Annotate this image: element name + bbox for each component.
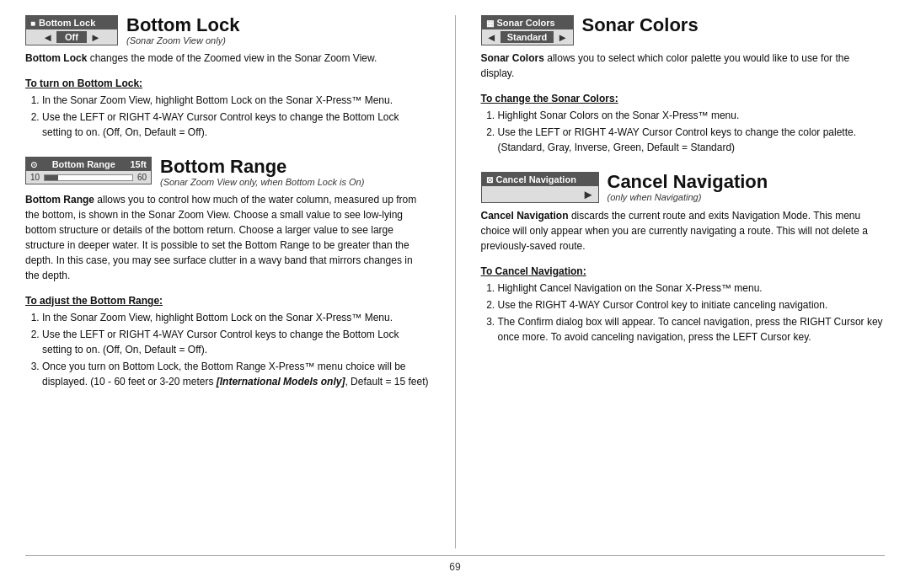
sonar-colors-body-bold: Sonar Colors — [481, 52, 544, 64]
sonar-colors-steps: Highlight Sonar Colors on the Sonar X-Pr… — [498, 108, 886, 157]
bottom-range-bar-row: 10 60 — [26, 171, 151, 184]
bottom-lock-widget-title: ■ Bottom Lock — [26, 16, 117, 29]
bottom-range-note: (Sonar Zoom View only, when Bottom Lock … — [160, 177, 430, 187]
cancel-nav-steps: Highlight Cancel Navigation on the Sonar… — [498, 281, 886, 346]
bottom-lock-step-2-text: Use the LEFT or RIGHT 4-WAY Cursor Contr… — [42, 111, 399, 138]
cancel-nav-title: Cancel Navigation — [608, 172, 886, 192]
bottom-lock-subsection: To turn on Bottom Lock: — [25, 78, 430, 89]
bottom-lock-header: ■ Bottom Lock ◄ Off ► Bottom Lock (Sonar… — [25, 15, 430, 45]
left-column: ■ Bottom Lock ◄ Off ► Bottom Lock (Sonar… — [25, 15, 430, 548]
cancel-nav-step-1: Highlight Cancel Navigation on the Sonar… — [498, 281, 886, 296]
cancel-nav-widget-label: Cancel Navigation — [496, 174, 576, 184]
bottom-lock-widget-label: Bottom Lock — [39, 18, 95, 28]
cancel-nav-step-2-text: Use the RIGHT 4-WAY Cursor Control key t… — [498, 299, 828, 311]
bottom-range-step-3-end: , Default = 15 feet) — [345, 376, 428, 388]
columns: ■ Bottom Lock ◄ Off ► Bottom Lock (Sonar… — [25, 15, 885, 548]
bottom-lock-body-text: changes the mode of the Zoomed view in t… — [90, 52, 377, 64]
bottom-lock-title: Bottom Lock — [126, 15, 430, 35]
bottom-lock-body-bold: Bottom Lock — [25, 52, 87, 64]
bottom-range-widget: ⊙ Bottom Range 15ft 10 60 — [25, 157, 152, 184]
sonar-colors-widget: ▦ Sonar Colors ◄ Standard ► — [481, 15, 574, 45]
cancel-nav-subsection: To Cancel Navigation: — [481, 265, 886, 277]
cancel-nav-body: Cancel Navigation discards the current r… — [481, 208, 886, 254]
bottom-range-step-2-text: Use the LEFT or RIGHT 4-WAY Cursor Contr… — [42, 329, 399, 355]
bottom-range-steps: In the Sonar Zoom View, highlight Bottom… — [42, 310, 430, 391]
page-footer: 69 — [25, 555, 885, 573]
sonar-colors-widget-label: Sonar Colors — [497, 18, 555, 28]
sonar-colors-control: ◄ Standard ► — [482, 29, 573, 45]
cancel-nav-title-area: Cancel Navigation (only when Navigating) — [608, 172, 886, 202]
bottom-lock-right-arrow[interactable]: ► — [90, 32, 101, 43]
cancel-nav-right-arrow[interactable]: ► — [582, 188, 595, 200]
column-divider — [455, 15, 456, 548]
bottom-lock-value: Off — [56, 31, 87, 43]
cancel-nav-widget: ⊠ Cancel Navigation ► — [481, 172, 599, 203]
cancel-nav-control: ► — [482, 186, 598, 202]
sonar-colors-value: Standard — [500, 31, 554, 43]
right-column: ▦ Sonar Colors ◄ Standard ► Sonar Colors… — [481, 15, 886, 548]
cancel-nav-body-bold: Cancel Navigation — [481, 210, 569, 222]
bottom-lock-body: Bottom Lock changes the mode of the Zoom… — [25, 51, 430, 66]
bottom-lock-step-2: Use the LEFT or RIGHT 4-WAY Cursor Contr… — [42, 110, 430, 140]
sonar-colors-body: Sonar Colors allows you to select which … — [481, 51, 886, 81]
sonar-colors-widget-title: ▦ Sonar Colors — [482, 16, 573, 29]
sonar-colors-header: ▦ Sonar Colors ◄ Standard ► Sonar Colors — [481, 15, 886, 45]
cancel-nav-step-2: Use the RIGHT 4-WAY Cursor Control key t… — [498, 297, 886, 313]
sonar-colors-left-arrow[interactable]: ◄ — [486, 32, 497, 43]
bottom-lock-left-arrow[interactable]: ◄ — [42, 32, 53, 43]
bottom-lock-step-1-text: In the Sonar Zoom View, highlight Bottom… — [42, 94, 393, 106]
cancel-nav-note: (only when Navigating) — [608, 192, 886, 202]
bottom-range-title: Bottom Range — [160, 157, 430, 177]
bottom-lock-note: (Sonar Zoom View only) — [126, 35, 430, 45]
bottom-range-bar-fill — [45, 175, 58, 180]
sonar-colors-title: Sonar Colors — [582, 15, 886, 35]
sonar-colors-subsection: To change the Sonar Colors: — [481, 93, 886, 104]
bottom-range-max: 60 — [137, 173, 147, 182]
sonar-colors-icon: ▦ — [486, 19, 494, 28]
sonar-colors-right-arrow[interactable]: ► — [557, 32, 568, 43]
bottom-range-subsection: To adjust the Bottom Range: — [25, 295, 430, 307]
bottom-range-widget-title: ⊙ Bottom Range 15ft — [26, 158, 151, 171]
cancel-nav-header: ⊠ Cancel Navigation ► Cancel Navigation … — [481, 172, 886, 203]
cancel-nav-step-1-text: Highlight Cancel Navigation on the Sonar… — [498, 282, 763, 294]
bottom-lock-steps: In the Sonar Zoom View, highlight Bottom… — [42, 93, 430, 142]
bottom-range-step-3-italic: [International Models only] — [217, 376, 345, 388]
page-number: 69 — [449, 561, 460, 573]
bottom-range-bar — [44, 174, 133, 181]
bottom-range-icon: ⊙ — [30, 160, 37, 169]
bottom-range-body: Bottom Range allows you to control how m… — [25, 192, 430, 283]
sonar-colors-step-2-text: Use the LEFT or RIGHT 4-WAY Cursor Contr… — [498, 126, 857, 153]
bottom-range-step-3: Once you turn on Bottom Lock, the Bottom… — [42, 359, 430, 389]
sonar-colors-step-2: Use the LEFT or RIGHT 4-WAY Cursor Contr… — [498, 125, 886, 155]
bottom-range-widget-label: Bottom Range — [52, 159, 115, 169]
bottom-range-header: ⊙ Bottom Range 15ft 10 60 Bottom Range ( — [25, 157, 430, 187]
bottom-range-title-area: Bottom Range (Sonar Zoom View only, when… — [160, 157, 430, 187]
sonar-colors-step-1-text: Highlight Sonar Colors on the Sonar X-Pr… — [498, 110, 740, 121]
bottom-range-step-1-text: In the Sonar Zoom View, highlight Bottom… — [42, 312, 393, 323]
bottom-range-step-2: Use the LEFT or RIGHT 4-WAY Cursor Contr… — [42, 327, 430, 357]
bottom-range-body-text: allows you to control how much of the wa… — [25, 194, 416, 281]
bottom-range-widget-value: 15ft — [130, 159, 147, 169]
cancel-nav-step-3: The Confirm dialog box will appear. To c… — [498, 314, 886, 345]
bottom-lock-widget: ■ Bottom Lock ◄ Off ► — [25, 15, 118, 45]
bottom-lock-step-1: In the Sonar Zoom View, highlight Bottom… — [42, 93, 430, 108]
sonar-colors-step-1: Highlight Sonar Colors on the Sonar X-Pr… — [498, 108, 886, 123]
cancel-nav-step-3-text: The Confirm dialog box will appear. To c… — [498, 316, 883, 343]
bottom-lock-icon: ■ — [30, 19, 35, 28]
bottom-lock-control: ◄ Off ► — [26, 29, 117, 45]
cancel-nav-icon: ⊠ — [486, 175, 493, 184]
bottom-range-min: 10 — [30, 173, 40, 182]
bottom-lock-title-area: Bottom Lock (Sonar Zoom View only) — [126, 15, 430, 45]
sonar-colors-title-area: Sonar Colors — [582, 15, 886, 35]
cancel-nav-widget-title: ⊠ Cancel Navigation — [482, 173, 598, 186]
bottom-range-step-1: In the Sonar Zoom View, highlight Bottom… — [42, 310, 430, 325]
bottom-range-body-bold: Bottom Range — [25, 194, 94, 206]
page: ■ Bottom Lock ◄ Off ► Bottom Lock (Sonar… — [0, 0, 910, 588]
